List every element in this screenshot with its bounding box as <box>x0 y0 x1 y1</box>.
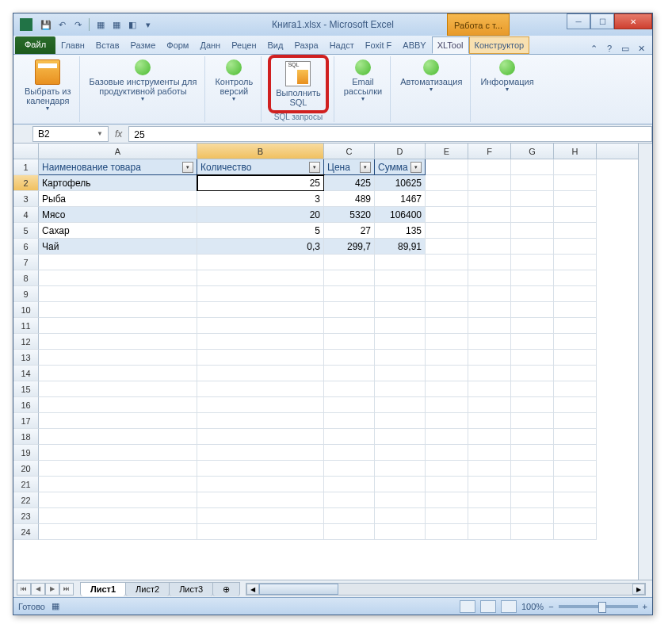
cell[interactable] <box>554 175 597 191</box>
qat-extra2[interactable]: ▦ <box>109 17 124 32</box>
row-header[interactable]: 12 <box>13 334 39 350</box>
cell[interactable] <box>426 191 468 207</box>
restore-workbook-icon[interactable]: ▭ <box>619 44 632 54</box>
cell[interactable] <box>324 381 375 397</box>
row-header[interactable]: 3 <box>13 191 39 207</box>
row-header[interactable]: 5 <box>13 223 39 239</box>
minimize-ribbon-icon[interactable]: ⌃ <box>587 44 600 54</box>
cell[interactable] <box>324 397 375 413</box>
cell[interactable] <box>426 413 468 429</box>
cell[interactable] <box>324 524 375 540</box>
cell[interactable] <box>426 381 468 397</box>
cell[interactable] <box>511 239 554 255</box>
row-header[interactable]: 8 <box>13 270 39 286</box>
view-normal-button[interactable] <box>460 600 475 613</box>
cell[interactable] <box>39 286 197 302</box>
cell[interactable] <box>197 461 324 477</box>
cell[interactable]: Наименование товара▾ <box>39 159 197 175</box>
cell[interactable] <box>554 255 597 270</box>
cell[interactable] <box>511 397 554 413</box>
tab-foxit[interactable]: Foxit F <box>360 36 398 54</box>
cell[interactable] <box>39 255 197 270</box>
cell[interactable] <box>511 445 554 461</box>
cell[interactable] <box>426 334 468 350</box>
cell[interactable]: Сумма▾ <box>375 159 426 175</box>
cell[interactable] <box>554 239 597 255</box>
row-header[interactable]: 21 <box>13 477 39 492</box>
cell[interactable] <box>554 524 597 540</box>
cell[interactable] <box>197 334 324 350</box>
cell[interactable]: 27 <box>324 223 375 239</box>
cell[interactable] <box>511 492 554 508</box>
minimize-button[interactable]: ─ <box>567 13 590 29</box>
cell[interactable] <box>511 477 554 492</box>
cell[interactable] <box>511 318 554 334</box>
cell[interactable] <box>324 413 375 429</box>
sheet-nav-prev[interactable]: ◀ <box>31 583 45 595</box>
cell[interactable] <box>554 366 597 381</box>
help-icon[interactable]: ? <box>603 44 616 54</box>
cell[interactable] <box>39 302 197 318</box>
qat-extra3[interactable]: ◧ <box>125 17 139 32</box>
cell[interactable] <box>39 381 197 397</box>
col-header-c[interactable]: C <box>324 144 375 159</box>
cell[interactable] <box>554 350 597 366</box>
row-header[interactable]: 18 <box>13 429 39 445</box>
cell[interactable]: 25 <box>197 175 324 191</box>
cell[interactable]: 3 <box>197 191 324 207</box>
cell[interactable] <box>197 318 324 334</box>
cell[interactable] <box>554 334 597 350</box>
cell[interactable] <box>468 270 511 286</box>
cell[interactable] <box>554 445 597 461</box>
zoom-in-button[interactable]: + <box>643 602 647 611</box>
cell[interactable] <box>197 381 324 397</box>
cell[interactable] <box>197 286 324 302</box>
zoom-level[interactable]: 100% <box>521 602 544 611</box>
cell[interactable] <box>426 508 468 524</box>
cell[interactable] <box>324 508 375 524</box>
cell[interactable] <box>375 302 426 318</box>
vertical-scrollbar[interactable] <box>638 144 652 580</box>
cell[interactable] <box>39 334 197 350</box>
cell[interactable] <box>375 477 426 492</box>
cell[interactable] <box>39 492 197 508</box>
sheet-nav-next[interactable]: ▶ <box>45 583 59 595</box>
cell[interactable] <box>375 445 426 461</box>
close-button[interactable]: ✕ <box>614 13 652 29</box>
cell[interactable] <box>468 207 511 223</box>
cell[interactable] <box>468 318 511 334</box>
cell[interactable] <box>468 492 511 508</box>
cell[interactable] <box>39 397 197 413</box>
tab-view[interactable]: Вид <box>262 36 289 54</box>
tab-insert[interactable]: Встав <box>90 36 125 54</box>
cell[interactable] <box>426 445 468 461</box>
cell[interactable] <box>375 524 426 540</box>
cell[interactable] <box>197 477 324 492</box>
cell[interactable] <box>511 302 554 318</box>
cell[interactable]: 20 <box>197 207 324 223</box>
zoom-slider[interactable] <box>559 605 638 608</box>
close-workbook-icon[interactable]: ✕ <box>635 44 647 54</box>
row-header[interactable]: 17 <box>13 413 39 429</box>
col-header-e[interactable]: E <box>426 144 468 159</box>
cell[interactable] <box>426 366 468 381</box>
cell[interactable]: Сахар <box>39 223 197 239</box>
tab-review[interactable]: Рецен <box>226 36 262 54</box>
cell[interactable] <box>511 159 554 175</box>
qat-save[interactable]: 💾 <box>39 17 53 32</box>
cell[interactable] <box>468 461 511 477</box>
tab-constructor[interactable]: Конструктор <box>469 36 530 54</box>
cell[interactable] <box>468 255 511 270</box>
name-box[interactable]: B2▼ <box>32 126 109 142</box>
row-header[interactable]: 11 <box>13 318 39 334</box>
cell[interactable] <box>426 524 468 540</box>
cell[interactable] <box>197 429 324 445</box>
cell[interactable] <box>426 429 468 445</box>
cell[interactable] <box>324 492 375 508</box>
cell[interactable] <box>468 508 511 524</box>
cell[interactable] <box>468 381 511 397</box>
cell[interactable] <box>39 524 197 540</box>
cell[interactable] <box>554 302 597 318</box>
cell[interactable] <box>375 508 426 524</box>
cell[interactable] <box>554 397 597 413</box>
